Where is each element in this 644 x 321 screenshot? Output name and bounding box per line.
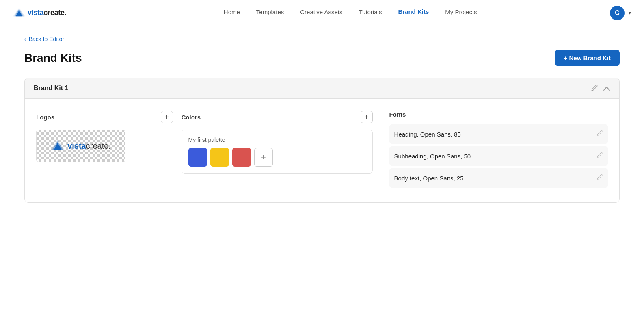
color-swatch-red[interactable]	[232, 148, 251, 167]
back-to-editor-label: Back to Editor	[29, 36, 64, 42]
font-body-label: Body text, Open Sans, 25	[394, 175, 464, 182]
add-color-button[interactable]: +	[254, 148, 273, 167]
logo-wordmark: vistacreate.	[28, 9, 66, 17]
plus-icon: +	[364, 113, 369, 121]
nav-templates[interactable]: Templates	[256, 9, 284, 17]
brand-kit-body: Logos + vistacreate.	[25, 98, 619, 202]
colors-header: Colors +	[182, 111, 373, 123]
new-brand-kit-button[interactable]: + New Brand Kit	[555, 50, 620, 66]
nav-my-projects[interactable]: My Projects	[445, 9, 477, 17]
page-title: Brand Kits	[24, 52, 82, 65]
brand-kit-edit-button[interactable]	[591, 85, 598, 92]
font-subheading-label: Subheading, Open Sans, 50	[394, 153, 471, 160]
fonts-section: Fonts Heading, Open Sans, 85 Subheading,…	[381, 111, 608, 190]
colors-title: Colors	[182, 114, 201, 121]
brand-kit-name: Brand Kit 1	[34, 85, 68, 92]
color-swatch-blue[interactable]	[188, 148, 207, 167]
nav-links: Home Templates Creative Assets Tutorials…	[91, 8, 610, 17]
font-body-edit-button[interactable]	[596, 174, 603, 182]
fonts-header: Fonts	[389, 111, 608, 118]
color-swatches: +	[188, 148, 366, 167]
nav-tutorials[interactable]: Tutorials	[359, 9, 382, 17]
logos-header: Logos +	[36, 111, 173, 123]
color-swatch-yellow[interactable]	[210, 148, 229, 167]
back-arrow-icon: ‹	[24, 36, 26, 42]
brand-kit-header[interactable]: Brand Kit 1	[25, 78, 619, 98]
font-heading-label: Heading, Open Sans, 85	[394, 131, 461, 138]
logo-inner-text: vistacreate.	[67, 141, 111, 151]
font-row-body: Body text, Open Sans, 25	[389, 168, 608, 188]
plus-icon: +	[261, 152, 266, 163]
brand-kit-card: Brand Kit 1 Logos	[24, 78, 620, 203]
brand-kit-header-actions	[591, 85, 610, 92]
plus-icon: +	[164, 113, 169, 121]
navbar: vistacreate. Home Templates Creative Ass…	[0, 0, 644, 26]
nav-home[interactable]: Home	[224, 9, 240, 17]
palette-name: My first palette	[188, 137, 366, 143]
back-to-editor-link[interactable]: ‹ Back to Editor	[24, 36, 620, 42]
navbar-user-area: C ▾	[610, 6, 631, 20]
avatar-chevron-icon[interactable]: ▾	[629, 10, 631, 16]
nav-brand-kits[interactable]: Brand Kits	[398, 8, 429, 17]
font-row-subheading: Subheading, Open Sans, 50	[389, 146, 608, 166]
logo[interactable]: vistacreate.	[13, 8, 66, 18]
colors-section: Colors + My first palette +	[173, 111, 381, 190]
logo-inner-content: vistacreate.	[51, 140, 111, 152]
page-header: Brand Kits + New Brand Kit	[24, 50, 620, 66]
logos-section: Logos + vistacreate.	[36, 111, 173, 190]
avatar[interactable]: C	[610, 6, 625, 20]
font-heading-edit-button[interactable]	[596, 130, 603, 138]
font-row-heading: Heading, Open Sans, 85	[389, 124, 608, 144]
font-subheading-edit-button[interactable]	[596, 152, 603, 160]
brand-kit-collapse-button[interactable]	[603, 85, 610, 91]
nav-creative-assets[interactable]: Creative Assets	[300, 9, 342, 17]
palette-card: My first palette +	[182, 130, 373, 174]
add-logo-button[interactable]: +	[161, 111, 173, 123]
fonts-title: Fonts	[389, 111, 406, 118]
logos-title: Logos	[36, 114, 54, 121]
logo-image: vistacreate.	[36, 130, 125, 162]
main-content: ‹ Back to Editor Brand Kits + New Brand …	[0, 26, 644, 219]
add-color-palette-button[interactable]: +	[361, 111, 373, 123]
